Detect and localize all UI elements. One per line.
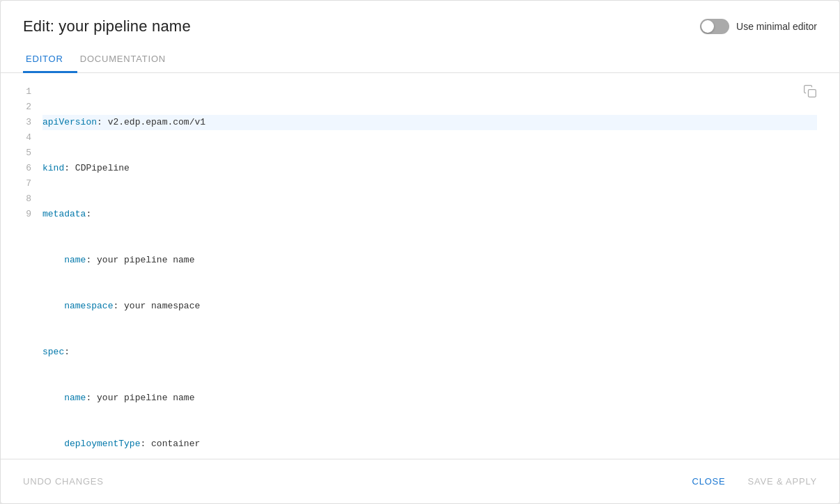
line-number-3: 3 [23, 115, 31, 130]
code-line-2: kind: CDPipeline [42, 161, 817, 176]
code-content[interactable]: apiVersion: v2.edp.epam.com/v1 kind: CDP… [42, 79, 839, 459]
code-line-8: deploymentType: container [42, 436, 817, 452]
line-number-7: 7 [23, 176, 31, 191]
undo-changes-button: UNDO CHANGES [23, 476, 104, 487]
line-numbers: 1 2 3 4 5 6 7 8 9 [1, 79, 42, 459]
tab-documentation[interactable]: DOCUMENTATION [77, 47, 180, 73]
minimal-editor-toggle[interactable] [700, 19, 729, 34]
line-number-4: 4 [23, 130, 31, 145]
line-number-1: 1 [23, 84, 31, 100]
line-number-5: 5 [23, 145, 31, 161]
code-line-3: metadata: [42, 207, 817, 222]
code-line-6: spec: [42, 345, 817, 360]
line-number-8: 8 [23, 191, 31, 207]
close-button[interactable]: CLOSE [692, 471, 725, 492]
editor-area: 1 2 3 4 5 6 7 8 9 apiVersion: v2.edp.epa… [1, 79, 839, 459]
edit-dialog: Edit: your pipeline name Use minimal edi… [0, 0, 840, 504]
toggle-knob [701, 20, 714, 33]
code-editor[interactable]: 1 2 3 4 5 6 7 8 9 apiVersion: v2.edp.epa… [1, 79, 839, 459]
copy-icon[interactable] [803, 84, 817, 101]
code-line-7: name: your pipeline name [42, 391, 817, 406]
dialog-footer: UNDO CHANGES CLOSE SAVE & APPLY [1, 459, 839, 503]
dialog-header: Edit: your pipeline name Use minimal edi… [1, 1, 839, 36]
code-line-5: namespace: your namespace [42, 299, 817, 314]
toggle-label: Use minimal editor [736, 21, 817, 32]
dialog-title: Edit: your pipeline name [23, 17, 191, 36]
tabs-bar: EDITOR DOCUMENTATION [1, 47, 839, 73]
svg-rect-0 [809, 90, 816, 97]
tab-editor[interactable]: EDITOR [23, 47, 77, 73]
code-line-1: apiVersion: v2.edp.epam.com/v1 [42, 115, 817, 130]
toggle-area: Use minimal editor [700, 19, 817, 34]
code-line-4: name: your pipeline name [42, 253, 817, 268]
line-number-6: 6 [23, 161, 31, 176]
footer-right: CLOSE SAVE & APPLY [692, 471, 817, 492]
line-number-2: 2 [23, 100, 31, 115]
line-number-9: 9 [23, 207, 31, 222]
save-apply-button: SAVE & APPLY [748, 471, 817, 492]
